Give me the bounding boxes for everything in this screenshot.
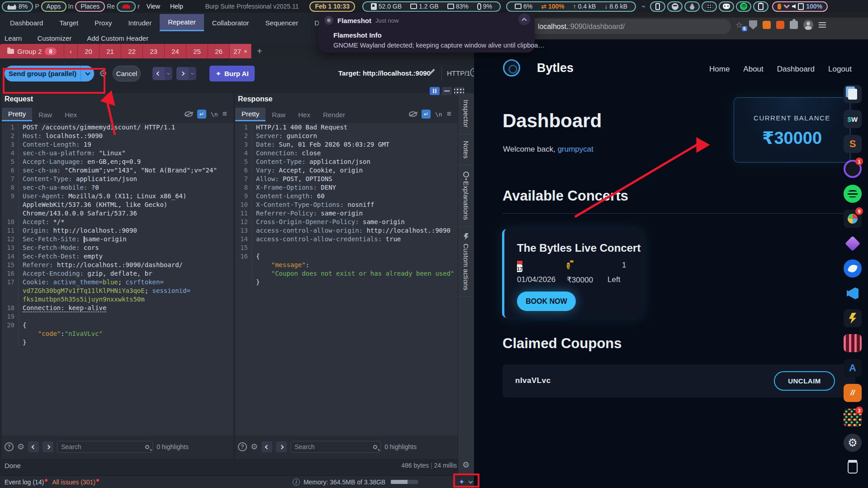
tab-repeater[interactable]: Repeater: [160, 14, 204, 31]
repeater-tab-20[interactable]: 20: [78, 44, 100, 58]
rows-layout-button[interactable]: [442, 87, 452, 95]
wrap-text-icon[interactable]: ↵: [422, 110, 431, 119]
emoji-tray-button[interactable]: [667, 1, 683, 12]
send-group-button[interactable]: Send group (parallel): [5, 66, 94, 81]
tab-sequencer[interactable]: Sequencer: [257, 14, 307, 31]
view-tab-raw[interactable]: Raw: [266, 108, 292, 121]
menu-help[interactable]: Help: [170, 3, 183, 10]
show-newlines-icon[interactable]: \n: [435, 111, 442, 118]
extension-icon-orange-2[interactable]: [776, 21, 784, 29]
search-help-icon[interactable]: ?: [5, 442, 14, 451]
files-icon[interactable]: [843, 85, 862, 104]
tab-collaborator[interactable]: Collaborator: [204, 14, 257, 31]
spotify-icon[interactable]: [843, 184, 862, 203]
show-newlines-icon[interactable]: \n: [211, 111, 218, 118]
cancel-button[interactable]: Cancel: [113, 66, 141, 81]
book-now-button[interactable]: BOOK NOW: [517, 292, 576, 311]
trash-icon[interactable]: [843, 458, 862, 477]
notification-collapse-button[interactable]: [518, 14, 530, 25]
hide-headers-eye-icon[interactable]: [185, 111, 193, 117]
request-editor[interactable]: 1POST /accounts/gimmemydiscount/ HTTP/1.…: [2, 123, 233, 435]
phone-tray-button[interactable]: [650, 1, 665, 12]
http-version-toggle[interactable]: HTTP/1: [447, 69, 470, 77]
menu-view[interactable]: View: [147, 3, 160, 10]
view-tab-pretty[interactable]: Pretty: [235, 108, 266, 121]
subtab-add-custom-header[interactable]: Add Custom Header: [87, 34, 148, 42]
sublime-icon[interactable]: S: [843, 134, 862, 153]
tab-intruder[interactable]: Intruder: [120, 14, 160, 31]
burp-ai-button[interactable]: ✦ Burp AI: [209, 66, 255, 81]
search-help-icon[interactable]: ?: [238, 442, 247, 451]
nav-logout[interactable]: Logout: [828, 65, 852, 74]
search-prev-button[interactable]: [28, 441, 39, 452]
repeater-tab-23[interactable]: 23: [143, 44, 165, 58]
browser-menu-icon[interactable]: [819, 22, 826, 28]
history-forward-button[interactable]: [176, 67, 189, 80]
history-back-button[interactable]: [152, 67, 165, 80]
repeater-tab-24[interactable]: 24: [165, 44, 186, 58]
response-search-input[interactable]: [290, 441, 381, 453]
subtab-learn[interactable]: Learn: [5, 34, 22, 42]
repeater-tab-27[interactable]: 27×: [230, 44, 251, 58]
wrap-text-icon[interactable]: ↵: [197, 110, 206, 119]
repeater-tab-21[interactable]: 21: [100, 44, 121, 58]
settings-gear-icon[interactable]: ⚙: [843, 433, 862, 452]
unclaim-button[interactable]: UNCLAIM: [774, 371, 835, 391]
lightning-app-icon[interactable]: [843, 309, 862, 328]
hide-headers-eye-icon[interactable]: [409, 111, 417, 117]
terminal-wallet-icon[interactable]: $W: [843, 110, 862, 129]
view-tab-render[interactable]: Render: [317, 108, 351, 121]
profile-avatar[interactable]: [803, 20, 813, 30]
app-grid-icon[interactable]: 3: [843, 408, 862, 427]
sidebar-tab-notes[interactable]: Notes: [458, 134, 474, 165]
close-tab-icon[interactable]: ×: [244, 48, 247, 55]
photos-icon[interactable]: 9: [843, 209, 862, 228]
send-settings-gear-icon[interactable]: ⚙: [99, 69, 107, 78]
history-forward-dropdown[interactable]: [189, 67, 196, 80]
extension-icon-orange-1[interactable]: [763, 21, 771, 29]
network-stats-pill[interactable]: 6% ⇄ 100% ↑ 0.4 kB ↓ 8.6 kB: [506, 1, 636, 12]
view-tab-hex[interactable]: Hex: [58, 108, 83, 121]
sidebar-tab-custom-actions[interactable]: Custom actions: [458, 227, 474, 297]
slash-app-icon[interactable]: //: [843, 383, 862, 402]
repeater-tab-25[interactable]: 25: [186, 44, 208, 58]
clock-pill[interactable]: Feb 1 10:33: [309, 1, 355, 12]
view-tab-hex[interactable]: Hex: [292, 108, 317, 121]
view-tab-raw[interactable]: Raw: [32, 108, 58, 121]
vscode-icon[interactable]: [843, 284, 862, 303]
nav-about[interactable]: About: [743, 65, 763, 74]
username-link[interactable]: grumpycat: [558, 145, 593, 153]
striped-app-icon[interactable]: [843, 334, 862, 353]
repeater-tab-26[interactable]: 26: [208, 44, 230, 58]
spotify-tray-button[interactable]: [736, 1, 751, 12]
distro-menu-button[interactable]: [117, 1, 136, 12]
system-tray-pill[interactable]: 100%: [772, 1, 828, 12]
tab-group-2[interactable]: Group 2 8: [0, 44, 64, 58]
flameshot-notification[interactable]: Flameshot Just now Flameshot Info GNOME …: [319, 13, 535, 53]
bytles-logo[interactable]: [503, 59, 520, 77]
grid-tray-button[interactable]: [702, 1, 717, 12]
send-dropdown-button[interactable]: [81, 66, 94, 81]
group-collapse-chevron[interactable]: ‹: [64, 44, 78, 58]
tab-target[interactable]: Target: [51, 14, 86, 31]
nav-dashboard[interactable]: Dashboard: [777, 65, 815, 74]
tab-proxy[interactable]: Proxy: [86, 14, 120, 31]
editor-menu-icon[interactable]: ≡: [223, 110, 227, 119]
view-tab-pretty[interactable]: Pretty: [2, 108, 32, 121]
gem-icon[interactable]: [843, 234, 862, 253]
history-back-dropdown[interactable]: [165, 67, 172, 80]
nav-home[interactable]: Home: [709, 65, 730, 74]
search-settings-gear-icon[interactable]: ⚙: [251, 442, 258, 452]
sidebar-gear-icon[interactable]: ⚙: [462, 460, 470, 470]
all-issues-button[interactable]: All issues (301): [52, 478, 95, 486]
response-viewer[interactable]: 1HTTP/1.1 400 Bad Request2Server: gunico…: [235, 123, 458, 435]
search-next-button[interactable]: [43, 441, 53, 452]
system-stats-pill[interactable]: 52.0 GB 1.2 GB 83% 9%: [362, 1, 501, 12]
ai-credits-button[interactable]: ✦: [459, 478, 472, 486]
search-settings-gear-icon[interactable]: ⚙: [17, 442, 24, 452]
sidebar-tab-explanations[interactable]: Explanations: [458, 165, 474, 227]
request-search-input[interactable]: [57, 441, 153, 453]
search-next-button[interactable]: [276, 441, 287, 452]
sidebar-tab-inspector[interactable]: Inspector: [458, 93, 474, 134]
edit-target-pencil-icon[interactable]: [428, 68, 436, 76]
